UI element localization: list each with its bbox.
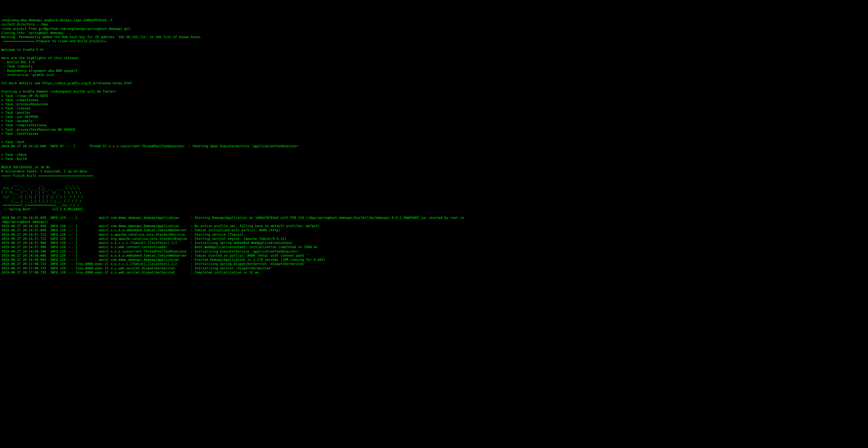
terminal-line: 2019-06-27 20:14:58.686 INFO 129 --- [ m… [1, 254, 867, 258]
terminal-line: clone project from git@github.com:englea… [1, 27, 867, 31]
terminal-line: . ____ _ __ _ _ [1, 182, 867, 186]
terminal-line: > Task :compileTestJava [1, 123, 867, 127]
terminal-line: :: Spring Boot :: (v2.1.6.RELEASE) [1, 207, 867, 211]
terminal-line: > Task :testClasses [1, 132, 867, 136]
terminal-line: > Task :jar SKIPPED [1, 115, 867, 119]
terminal-line: Warning: Permanently added the RSA host … [1, 35, 867, 39]
terminal-line: 2019-06-27 20:14:55.830 INFO 129 --- [ m… [1, 216, 867, 220]
terminal-line: 2019-06-27 20:14:55.836 INFO 129 --- [ m… [1, 224, 867, 228]
terminal-line: BUILD SUCCESSFUL in 1m 8s [1, 165, 867, 169]
terminal-line [1, 85, 867, 90]
terminal-line: /\\ / ___'_ __ _ _(_)_ __ __ _ \ \ \ \ [1, 186, 867, 190]
terminal-line: 2019-06-27 20:14:57.722 INFO 129 --- [ m… [1, 237, 867, 241]
terminal-line: ' |____| .__|_| |_|_| |_\__, | / / / / [1, 199, 867, 203]
terminal-line [1, 43, 867, 48]
terminal-line: 2019-06-27 20:14:57.721 INFO 129 --- [ m… [1, 232, 867, 237]
terminal-line: > Task :assemble [1, 119, 867, 123]
terminal-line: 2019-06-27 20:14:58.692 INFO 129 --- [ m… [1, 258, 867, 262]
terminal-line: ================ Prepare to clean and bu… [1, 39, 867, 43]
terminal-line [1, 178, 867, 182]
terminal-line: Starting a Gradle Daemon (subsequent bui… [1, 90, 867, 94]
terminal-line: > Task :test [1, 140, 867, 144]
terminal-line: > Task :processTestResources NO-SOURCE [1, 128, 867, 132]
terminal-line: ( ( )\___ | '_ | '_| | '_ \/ _` | \ \ \ … [1, 190, 867, 194]
terminal-line: Welcome to Gradle 5.0! [1, 48, 867, 52]
terminal-line: For more details see https://docs.gradle… [1, 81, 867, 85]
terminal-line [1, 161, 867, 165]
terminal-line [1, 149, 867, 153]
terminal-line: =========|_|==============|___/=/_/_/_/ [1, 203, 867, 207]
terminal-line: \\/ ___)| |_)| | | | | || (_| | ) ) ) ) [1, 195, 867, 199]
terminal-line: 2019-06-27 20:14:57.906 INFO 129 --- [ m… [1, 241, 867, 245]
terminal-line: 2019-06-27 20:17:08.735 INFO 129 --- [ni… [1, 270, 867, 275]
terminal-line: Here are the highlights of this release: [1, 56, 867, 60]
terminal-line: > Task :build [1, 157, 867, 161]
terminal-line: 6 actionable tasks: 5 executed, 1 up-to-… [1, 169, 867, 173]
terminal-line: current directory : /App [1, 22, 867, 27]
terminal-line: > Task :clean UP-TO-DATE [1, 94, 867, 98]
terminal-line: 2019-06-27 20:14:57.660 INFO 129 --- [ m… [1, 228, 867, 232]
terminal-line: > Task :bootJar [1, 111, 867, 115]
terminal-line: 2019-06-27 20:17:08.722 INFO 129 --- [ni… [1, 262, 867, 266]
terminal-line: - Dependency alignment aka BOM support [1, 69, 867, 73]
terminal-line [1, 77, 867, 81]
terminal-line: > Task :classes [1, 106, 867, 110]
terminal-line: > Task :check [1, 153, 867, 157]
terminal-line [1, 52, 867, 56]
terminal-line: ===== Finish built =====================… [1, 174, 867, 178]
terminal-line: 2019-06-27 20:14:53.666 INFO 97 --- [ Th… [1, 144, 867, 148]
terminal-line [1, 212, 867, 216]
terminal-line: /App/springboot-demoapi) [1, 220, 867, 224]
terminal-line: 2019-06-27 20:14:58.346 INFO 129 --- [ m… [1, 249, 867, 254]
terminal-line: |engleang-mbp:demoapi angkor$ docker log… [1, 18, 867, 22]
terminal-line: > Task :processResources [1, 102, 867, 106]
terminal-line [1, 136, 867, 140]
terminal-line: - Interactive `gradle init` [1, 73, 867, 77]
terminal-line: 2019-06-27 20:17:08.723 INFO 129 --- [ni… [1, 266, 867, 270]
terminal-line: > Task :compileJava [1, 98, 867, 102]
terminal-line: - Kotlin DSL 1.0 [1, 60, 867, 64]
terminal-line: 2019-06-27 20:14:57.906 INFO 129 --- [ m… [1, 245, 867, 249]
terminal-line: Cloning into 'springboot-demoapi'... [1, 31, 867, 35]
terminal-output[interactable]: |engleang-mbp:demoapi angkor$ docker log… [1, 18, 867, 275]
terminal-line: - Task timeouts [1, 64, 867, 68]
